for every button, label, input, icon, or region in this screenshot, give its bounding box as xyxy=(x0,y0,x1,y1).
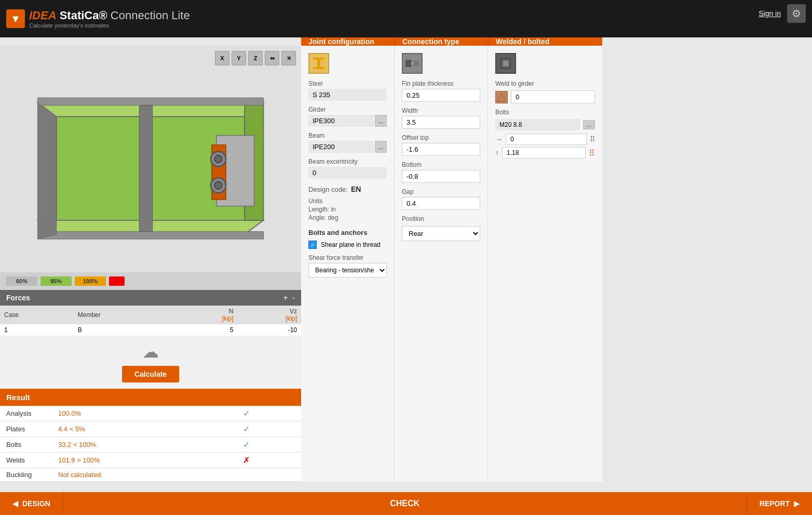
result-status-welds: ✗ xyxy=(237,453,301,468)
bolt-spacing-h-value[interactable]: 0 xyxy=(506,134,587,145)
config-headers: Joint configuration Connection type Weld… xyxy=(301,37,812,46)
util-bar-red xyxy=(109,276,125,286)
beam-eccentricity-label: Beam excentricity xyxy=(308,158,387,165)
design-code-label: Design code: xyxy=(308,186,348,193)
bolt-spec-value: M20 8.8 xyxy=(495,119,580,130)
force-member: B xyxy=(74,324,174,336)
spacing-dots-icon[interactable]: ⠿ xyxy=(590,135,595,143)
design-button[interactable]: ◀ DESIGN xyxy=(0,492,63,515)
viewport-controls: X Y Z ⇔ ✕ xyxy=(215,51,296,65)
joint-config-panel: Steel S 235 Girder IPE300 ... Beam IPE20… xyxy=(301,46,395,482)
forces-remove-button[interactable]: - xyxy=(292,293,295,302)
result-panel: Result Analysis 100.0% ✓ Plates 4.4 < 5%… xyxy=(0,389,301,482)
svg-rect-16 xyxy=(313,67,324,69)
menu-icon[interactable]: ▼ xyxy=(6,9,25,28)
forces-add-button[interactable]: + xyxy=(283,293,288,302)
logo: ▼ IDEA StatiCa® Connection Lite Calculat… xyxy=(6,9,190,29)
utilization-bars: 60% 95% 100% xyxy=(0,272,301,290)
bolts-anchors-header: Bolts and anchors xyxy=(308,229,387,236)
welded-bolted-icon[interactable] xyxy=(495,53,516,74)
force-n: 5 xyxy=(174,324,237,336)
col-member: Member xyxy=(74,306,174,324)
bottom-nav: ◀ DESIGN CHECK REPORT ▶ xyxy=(0,492,812,515)
sign-in-link[interactable]: Sign in xyxy=(759,9,781,18)
bolt-edit-button[interactable]: ... xyxy=(583,120,595,129)
horizontal-arrow-icon: → xyxy=(495,135,503,143)
logo-idea: IDEA xyxy=(29,9,57,22)
welded-bolted-header: Welded / bolted xyxy=(488,37,602,46)
view-z-button[interactable]: Z xyxy=(248,51,263,65)
beam-eccentricity-value: 0 xyxy=(308,167,387,179)
girder-edit-button[interactable]: ... xyxy=(375,115,387,127)
joint-config-header: Joint configuration xyxy=(301,37,395,46)
width-value[interactable]: 3.5 xyxy=(402,116,480,129)
bolt-count-value[interactable]: 1.18 xyxy=(502,147,586,159)
weld-girder-row: 0 xyxy=(495,90,595,103)
forces-title: Forces xyxy=(6,294,30,302)
shear-plane-checkbox[interactable]: ✓ xyxy=(308,241,317,249)
view-fit-button[interactable]: ⇔ xyxy=(265,51,279,65)
result-name-welds: Welds xyxy=(0,453,52,468)
view-close-button[interactable]: ✕ xyxy=(281,51,296,65)
result-name-buckling: Buckling xyxy=(0,468,52,482)
util-value-95: 95% xyxy=(40,276,72,286)
forces-header: Forces + - xyxy=(0,290,301,306)
bottom-value[interactable]: -0.8 xyxy=(402,170,480,183)
connection-type-icon[interactable] xyxy=(402,53,423,74)
calculate-area: ☁ Calculate xyxy=(0,336,301,389)
view-x-button[interactable]: X xyxy=(215,51,229,65)
result-table: Analysis 100.0% ✓ Plates 4.4 < 5% ✓ Bolt… xyxy=(0,406,301,482)
bolt-spacing-row: → 0 ⠿ xyxy=(495,134,595,145)
beam-label: Beam xyxy=(308,132,387,139)
util-bar-gray: 60% xyxy=(6,276,37,286)
offset-top-value[interactable]: -1.6 xyxy=(402,143,480,156)
logo-statica: StatiCa® xyxy=(60,9,111,22)
welded-bolted-panel: Weld to girder 0 Bolts M20 8.8 ... → 0 ⠿ xyxy=(488,46,602,482)
angle-row: Angle: deg xyxy=(308,214,387,221)
bolt-count-row: ↑ 1.18 ⠿ xyxy=(495,147,595,159)
length-value: in xyxy=(331,206,335,213)
width-label: Width xyxy=(402,107,480,114)
svg-point-12 xyxy=(214,182,222,190)
config-panels: Steel S 235 Girder IPE300 ... Beam IPE20… xyxy=(301,46,812,482)
forces-panel: Forces + - Case Member N [kip] xyxy=(0,290,301,336)
gap-value[interactable]: 0.4 xyxy=(402,197,480,210)
col-case: Case xyxy=(0,306,74,324)
bolt-grid-icon[interactable]: ⠿ xyxy=(589,148,595,158)
beam-edit-button[interactable]: ... xyxy=(375,141,387,153)
result-name-analysis: Analysis xyxy=(0,406,52,421)
check-label: CHECK xyxy=(63,499,747,508)
svg-marker-5 xyxy=(38,232,264,240)
girder-field: IPE300 ... xyxy=(308,115,387,127)
bottom-label: Bottom xyxy=(402,161,480,168)
util-bar-orange: 100% xyxy=(75,276,106,286)
util-bar-red-block xyxy=(109,276,125,286)
joint-config-icon[interactable] xyxy=(308,53,329,74)
bolt-spec-row: M20 8.8 ... xyxy=(495,119,595,130)
view-y-button[interactable]: Y xyxy=(232,51,246,65)
position-select[interactable]: Front Rear xyxy=(402,226,480,241)
weld-value[interactable]: 0 xyxy=(511,90,595,103)
left-panel: X Y Z ⇔ ✕ xyxy=(0,46,301,482)
report-button[interactable]: REPORT ▶ xyxy=(747,492,812,515)
svg-marker-13 xyxy=(38,102,57,239)
result-row-welds: Welds 101.9 > 100% ✗ xyxy=(0,453,301,468)
fin-plate-thickness-value[interactable]: 0.25 xyxy=(402,89,480,102)
result-header: Result xyxy=(0,389,301,406)
main-content: X Y Z ⇔ ✕ xyxy=(0,46,812,482)
result-value-welds: 101.9 > 100% xyxy=(52,453,237,468)
calculate-button[interactable]: Calculate xyxy=(122,366,179,382)
gap-label: Gap xyxy=(402,188,480,195)
shear-force-select[interactable]: Bearing - tension/shear Friction Other xyxy=(308,263,387,278)
beam-value: IPE200 xyxy=(308,141,374,153)
design-label: DESIGN xyxy=(22,499,50,508)
logo-text: IDEA StatiCa® Connection Lite Calculate … xyxy=(29,9,190,29)
offset-top-label: Offset top xyxy=(402,134,480,141)
settings-button[interactable]: ⚙ xyxy=(787,4,806,23)
svg-rect-14 xyxy=(313,58,324,60)
util-value-100: 100% xyxy=(75,276,106,286)
svg-point-10 xyxy=(214,155,222,163)
svg-rect-22 xyxy=(504,61,508,65)
report-label: REPORT xyxy=(760,499,790,508)
position-label: Position xyxy=(402,215,480,222)
